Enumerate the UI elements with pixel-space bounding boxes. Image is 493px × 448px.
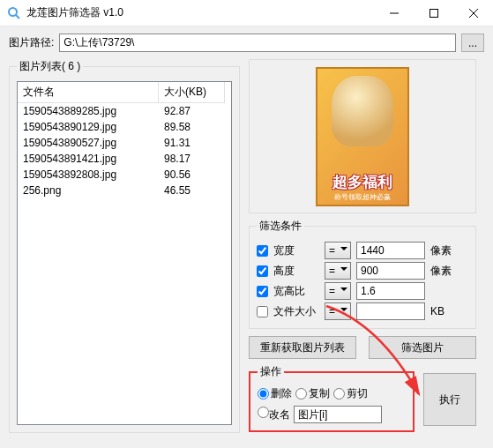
height-unit: 像素 [430,264,455,279]
cell-filename: 1590543892808.jpg [18,167,159,183]
width-label: 宽度 [273,243,319,258]
filesize-label: 文件大小 [273,304,319,319]
window-title: 龙莲图片筛选器 v1.0 [26,5,374,20]
browse-button[interactable]: ... [461,34,484,52]
cell-filename: 1590543890527.jpg [18,135,159,151]
filesize-input[interactable] [356,302,425,320]
delete-radio[interactable] [258,388,269,399]
height-op-select[interactable]: = [325,262,351,280]
cell-size: 89.58 [159,119,225,135]
ellipsis-icon: ... [468,37,477,49]
image-listview[interactable]: 文件名 大小(KB) 1590543889285.jpg92.871590543… [17,81,232,425]
ratio-checkbox[interactable] [257,286,268,297]
copy-radio-label[interactable]: 复制 [295,386,330,401]
table-row[interactable]: 256.png46.55 [18,183,231,198]
width-unit: 像素 [430,243,455,258]
maximize-button[interactable] [414,0,453,26]
filesize-op-select[interactable]: = [325,302,351,320]
list-legend: 图片列表( 6 ) [17,59,83,74]
table-row[interactable]: 1590543890527.jpg91.31 [18,135,231,151]
cut-radio-label[interactable]: 剪切 [333,386,368,401]
height-checkbox[interactable] [257,265,268,277]
operation-fieldset: 操作 删除 复制 剪切 改名 [249,364,415,432]
svg-point-0 [9,8,17,16]
ops-legend: 操作 [258,364,284,379]
path-label: 图片路径: [9,35,54,50]
height-input[interactable] [356,262,425,280]
delete-radio-label[interactable]: 删除 [258,386,292,401]
filter-button[interactable]: 筛选图片 [369,336,476,359]
cell-filename: 256.png [18,183,159,198]
cell-size: 92.87 [159,103,225,119]
cell-filename: 1590543890129.jpg [18,119,159,135]
table-row[interactable]: 1590543891421.jpg98.17 [18,151,231,167]
filesize-unit: KB [430,305,455,317]
cell-filename: 1590543889285.jpg [18,103,159,119]
filter-legend: 筛选条件 [257,219,304,234]
svg-rect-3 [430,9,437,17]
magnifier-icon [7,6,21,20]
copy-radio[interactable] [295,388,307,399]
cell-size: 90.56 [159,167,225,183]
cell-size: 46.55 [159,183,225,198]
rename-radio-label[interactable]: 改名 [258,407,290,422]
ratio-op-select[interactable]: = [325,282,351,300]
preview-panel: 超多福利 称号领取超神必赢 [249,59,476,213]
width-input[interactable] [356,242,425,259]
width-checkbox[interactable] [257,245,268,257]
svg-line-1 [16,15,19,19]
table-row[interactable]: 1590543890129.jpg89.58 [18,119,231,135]
width-op-select[interactable]: = [325,242,351,259]
path-input[interactable] [59,34,456,52]
cell-size: 98.17 [159,151,225,167]
height-label: 高度 [273,264,319,279]
cut-radio[interactable] [333,388,345,399]
close-button[interactable] [453,0,493,26]
ratio-label: 宽高比 [273,284,319,299]
table-row[interactable]: 1590543892808.jpg90.56 [18,167,231,183]
col-size[interactable]: 大小(KB) [159,82,225,103]
ratio-input[interactable] [356,282,425,300]
col-filename[interactable]: 文件名 [18,82,159,103]
rename-radio[interactable] [258,407,269,418]
filesize-checkbox[interactable] [257,306,268,317]
rename-input[interactable] [294,406,382,423]
execute-button[interactable]: 执行 [423,373,476,426]
cell-filename: 1590543891421.jpg [18,151,159,167]
table-row[interactable]: 1590543889285.jpg92.87 [18,103,231,119]
minimize-button[interactable] [374,0,414,26]
reload-list-button[interactable]: 重新获取图片列表 [249,336,356,359]
cell-size: 91.31 [159,135,225,151]
preview-image: 超多福利 称号领取超神必赢 [316,67,409,206]
